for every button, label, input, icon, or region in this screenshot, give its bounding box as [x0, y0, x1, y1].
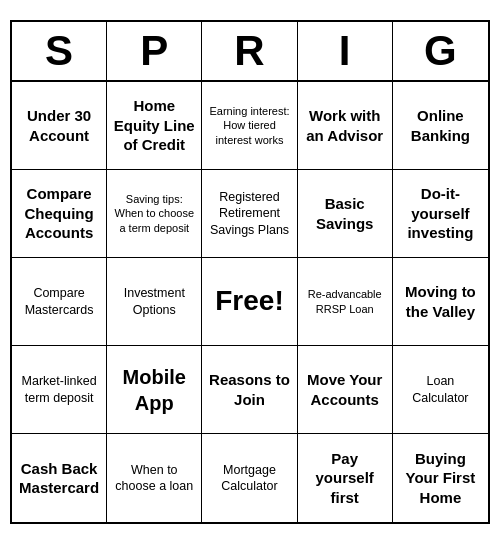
- bingo-header: SPRIG: [12, 22, 488, 82]
- bingo-cell-12[interactable]: Free!: [202, 258, 297, 346]
- bingo-cell-5[interactable]: Compare Chequing Accounts: [12, 170, 107, 258]
- header-letter-i: I: [298, 22, 393, 80]
- bingo-cell-10[interactable]: Compare Mastercards: [12, 258, 107, 346]
- bingo-cell-15[interactable]: Market-linked term deposit: [12, 346, 107, 434]
- bingo-cell-19[interactable]: Loan Calculator: [393, 346, 488, 434]
- bingo-card: SPRIG Under 30 AccountHome Equity Line o…: [10, 20, 490, 524]
- header-letter-s: S: [12, 22, 107, 80]
- bingo-cell-3[interactable]: Work with an Advisor: [298, 82, 393, 170]
- bingo-cell-6[interactable]: Saving tips: When to choose a term depos…: [107, 170, 202, 258]
- bingo-cell-14[interactable]: Moving to the Valley: [393, 258, 488, 346]
- bingo-cell-4[interactable]: Online Banking: [393, 82, 488, 170]
- bingo-cell-2[interactable]: Earning interest: How tiered interest wo…: [202, 82, 297, 170]
- header-letter-p: P: [107, 22, 202, 80]
- bingo-cell-7[interactable]: Registered Retirement Savings Plans: [202, 170, 297, 258]
- bingo-cell-21[interactable]: When to choose a loan: [107, 434, 202, 522]
- bingo-cell-24[interactable]: Buying Your First Home: [393, 434, 488, 522]
- bingo-cell-20[interactable]: Cash Back Mastercard: [12, 434, 107, 522]
- bingo-cell-9[interactable]: Do-it-yourself investing: [393, 170, 488, 258]
- header-letter-g: G: [393, 22, 488, 80]
- bingo-cell-1[interactable]: Home Equity Line of Credit: [107, 82, 202, 170]
- bingo-cell-13[interactable]: Re-advancable RRSP Loan: [298, 258, 393, 346]
- bingo-cell-8[interactable]: Basic Savings: [298, 170, 393, 258]
- bingo-cell-16[interactable]: Mobile App: [107, 346, 202, 434]
- header-letter-r: R: [202, 22, 297, 80]
- bingo-cell-18[interactable]: Move Your Accounts: [298, 346, 393, 434]
- bingo-cell-17[interactable]: Reasons to Join: [202, 346, 297, 434]
- bingo-grid: Under 30 AccountHome Equity Line of Cred…: [12, 82, 488, 522]
- bingo-cell-22[interactable]: Mortgage Calculator: [202, 434, 297, 522]
- bingo-cell-11[interactable]: Investment Options: [107, 258, 202, 346]
- bingo-cell-0[interactable]: Under 30 Account: [12, 82, 107, 170]
- bingo-cell-23[interactable]: Pay yourself first: [298, 434, 393, 522]
